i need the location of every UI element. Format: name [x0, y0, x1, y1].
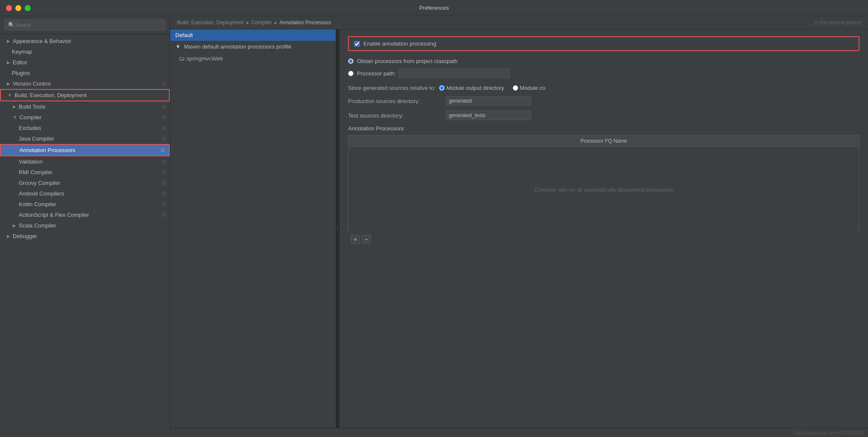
sidebar-nav: ▶ Appearance & Behavior Keymap ▶ Editor … [0, 34, 170, 437]
sidebar-item-label: RMI Compiler [19, 169, 52, 175]
project-icon: ⊡ [814, 20, 818, 26]
sidebar-item-compiler[interactable]: ▼ Compiler ⊡ [0, 112, 170, 123]
copy-icon: ⊡ [162, 104, 166, 109]
copy-icon: ⊡ [162, 170, 166, 175]
enable-annotation-box: Enable annotation processing [348, 36, 859, 51]
remove-processor-button[interactable]: − [362, 235, 371, 244]
production-sources-input[interactable] [446, 96, 531, 106]
radio-path[interactable] [348, 71, 354, 76]
sidebar-item-label: Keymap [12, 49, 32, 55]
sidebar-item-label: Kotlin Compiler [19, 201, 56, 207]
window: Preferences 🔍 ▶ Appearance & Behavior Ke… [0, 0, 868, 437]
sidebar-item-rmi-compiler[interactable]: RMI Compiler ⊡ [0, 167, 170, 178]
sidebar-item-debugger[interactable]: ▶ Debugger [0, 231, 170, 242]
sidebar-item-actionscript-flex[interactable]: ActionScript & Flex Compiler ⊡ [0, 210, 170, 220]
breadcrumb: Build, Execution, Deployment ▸ Compiler … [170, 16, 868, 29]
drag-dot [337, 228, 338, 229]
sidebar-item-label: Annotation Processors [20, 147, 75, 153]
drag-dot [337, 230, 338, 231]
copy-icon: ⊡ [162, 201, 166, 207]
copy-icon: ⊡ [162, 191, 166, 196]
test-sources-input[interactable] [446, 111, 531, 120]
window-title: Preferences [419, 5, 449, 11]
copy-icon: ⊡ [162, 81, 166, 86]
processor-path-input[interactable] [399, 69, 510, 78]
breadcrumb-sep-1: ▸ [246, 20, 249, 26]
annotation-processors-section-title: Annotation Processors [348, 125, 859, 132]
radio-module-output-label: Module output directory [446, 85, 504, 91]
arrow-icon: ▶ [7, 39, 10, 43]
sidebar-item-label: Scala Compiler [19, 222, 56, 229]
sidebar-item-excludes[interactable]: Excludes ⊡ [0, 123, 170, 133]
enable-annotation-label: Enable annotation processing [363, 40, 436, 47]
profile-item-springmvcweb[interactable]: 🗂 springmvcWeb [170, 52, 336, 64]
copy-icon: ⊡ [162, 136, 166, 141]
radio-classpath[interactable] [348, 58, 354, 64]
sidebar-item-label: Groovy Compiler [19, 180, 60, 186]
status-url: https://blog.csdn.net/m759083952 [793, 430, 864, 435]
annotation-processors-table: Processor FQ Name Compiler will run all … [348, 135, 859, 233]
profile-label: Maven default annotation processors prof… [184, 43, 291, 50]
search-bar: 🔍 [0, 16, 170, 34]
minimize-button[interactable] [15, 5, 21, 11]
sidebar-item-version-control[interactable]: ▶ Version Control ⊡ [0, 78, 170, 89]
sidebar-item-groovy-compiler[interactable]: Groovy Compiler ⊡ [0, 178, 170, 188]
sidebar-item-label: Debugger [13, 233, 37, 239]
breadcrumb-part-1: Build, Execution, Deployment [177, 20, 244, 26]
sidebar-item-kotlin-compiler[interactable]: Kotlin Compiler ⊡ [0, 199, 170, 210]
settings-panel: Enable annotation processing Obtain proc… [340, 29, 868, 428]
maximize-button[interactable] [25, 5, 31, 11]
sidebar-item-label: Appearance & Behavior [13, 38, 71, 44]
enable-annotation-checkbox[interactable] [354, 41, 360, 47]
sidebar-item-validation[interactable]: Validation ⊡ [0, 156, 170, 167]
radio-row-classpath: Obtain processors from project classpath [348, 58, 859, 64]
sidebar-item-label: Editor [13, 59, 27, 66]
close-button[interactable] [6, 5, 12, 11]
radio-option-module-output: Module output directory [439, 85, 504, 91]
table-header: Processor FQ Name [348, 135, 859, 147]
profile-label: Default [175, 32, 193, 38]
search-wrapper[interactable]: 🔍 [4, 20, 166, 30]
sidebar-item-plugins[interactable]: Plugins [0, 68, 170, 78]
search-icon: 🔍 [8, 22, 15, 28]
sidebar-item-build-execution[interactable]: ▼ Build, Execution, Deployment [0, 89, 170, 101]
profile-list: Default ▼ Maven default annotation proce… [170, 29, 336, 428]
sidebar-item-label: Validation [19, 158, 43, 165]
profile-folder: 🗂 springmvcWeb [179, 55, 331, 62]
add-processor-button[interactable]: + [351, 235, 360, 244]
radio-module-co-label: Module co [520, 85, 545, 91]
drag-handle[interactable] [336, 29, 340, 428]
sidebar-item-scala-compiler[interactable]: ▶ Scala Compiler [0, 220, 170, 231]
sidebar-item-label: Plugins [12, 70, 30, 76]
sidebar-item-label: Version Control [13, 80, 51, 87]
production-sources-label: Production sources directory: [348, 98, 442, 104]
sidebar-item-label: Excludes [19, 125, 41, 131]
radio-module-output[interactable] [439, 85, 445, 91]
sidebar-item-java-compiler[interactable]: Java Compiler ⊡ [0, 133, 170, 144]
search-input[interactable] [15, 22, 162, 28]
sidebar-item-label: Java Compiler [19, 135, 54, 142]
sidebar-item-android-compilers[interactable]: Android Compilers ⊡ [0, 188, 170, 199]
sidebar-item-annotation-processors[interactable]: Annotation Processors ⊡ [0, 144, 170, 156]
sidebar-item-label: Build, Execution, Deployment [14, 92, 87, 98]
sidebar-item-label: Build Tools [19, 104, 46, 110]
panel-body: Default ▼ Maven default annotation proce… [170, 29, 868, 428]
profile-item-maven[interactable]: ▼ Maven default annotation processors pr… [170, 41, 336, 52]
test-sources-row: Test sources directory: [348, 111, 859, 120]
radio-module-co[interactable] [513, 85, 518, 91]
production-sources-row: Production sources directory: [348, 96, 859, 106]
sidebar-item-build-tools[interactable]: ▶ Build Tools ⊡ [0, 101, 170, 112]
sidebar-item-keymap[interactable]: Keymap [0, 46, 170, 57]
sidebar-item-editor[interactable]: ▶ Editor [0, 57, 170, 68]
copy-icon: ⊡ [162, 115, 166, 120]
drag-dot [337, 227, 338, 227]
for-project-label: For current project [819, 20, 861, 26]
title-bar: Preferences [0, 0, 868, 16]
arrow-icon: ▶ [13, 223, 16, 228]
folder-icon: 🗂 [179, 55, 185, 62]
profile-item-default[interactable]: Default [170, 29, 336, 41]
sidebar-item-label: Compiler [20, 114, 42, 121]
copy-icon: ⊡ [162, 212, 166, 218]
sidebar-item-appearance[interactable]: ▶ Appearance & Behavior [0, 36, 170, 46]
copy-icon: ⊡ [162, 125, 166, 131]
